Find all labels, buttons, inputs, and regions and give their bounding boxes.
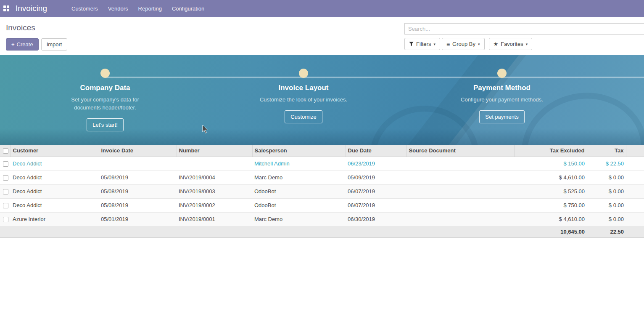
import-button[interactable]: Import	[41, 38, 68, 51]
group-by-button[interactable]: ≡ Group By ▾	[442, 38, 485, 50]
nav-menu: Customers Vendors Reporting Configuratio…	[71, 0, 214, 17]
filters-button[interactable]: Filters ▾	[404, 38, 440, 50]
cell-number[interactable]	[177, 157, 252, 170]
cell-customer[interactable]: Deco Addict	[11, 184, 99, 198]
step-dot-icon	[100, 69, 110, 78]
column-header-salesperson[interactable]: Salesperson	[252, 145, 346, 157]
chevron-down-icon: ▾	[526, 42, 528, 46]
invoices-table: Customer Invoice Date Number Salesperson…	[0, 145, 644, 238]
cell-tax[interactable]: $ 22.50	[587, 157, 626, 170]
invoicing-page: Invoicing Customers Vendors Reporting Co…	[0, 0, 644, 317]
cell-customer[interactable]: Deco Addict	[11, 198, 99, 212]
row-checkbox[interactable]	[3, 189, 8, 194]
row-checkbox[interactable]	[3, 203, 8, 208]
step-dot-icon	[497, 69, 507, 78]
cell-tax-excluded[interactable]: $ 4,610.00	[514, 212, 587, 226]
row-checkbox[interactable]	[3, 161, 8, 167]
cell-invoice-date[interactable]	[99, 157, 177, 170]
cell-source-document[interactable]	[406, 184, 514, 198]
cell-tax-excluded[interactable]: $ 4,610.00	[514, 170, 587, 184]
search-input[interactable]	[404, 23, 644, 35]
cell-tax-excluded[interactable]: $ 150.00	[514, 157, 587, 170]
cell-tax[interactable]: $ 0.00	[587, 198, 626, 212]
column-header-invoice-date[interactable]: Invoice Date	[99, 145, 177, 157]
favorites-button-label: Favorites	[501, 41, 523, 47]
cell-due-date[interactable]: 06/07/2019	[346, 184, 406, 198]
group-by-button-label: Group By	[452, 41, 475, 47]
cell-number[interactable]: INV/2019/0002	[177, 198, 252, 212]
filters-button-label: Filters	[416, 41, 431, 47]
cell-tax-excluded[interactable]: $ 525.00	[514, 184, 587, 198]
cell-tax-excluded[interactable]: $ 750.00	[514, 198, 587, 212]
page-title: Invoices	[6, 23, 67, 32]
top-navbar: Invoicing Customers Vendors Reporting Co…	[0, 0, 644, 17]
table-row[interactable]: Azure Interior 05/01/2019 INV/2019/0001 …	[0, 212, 644, 226]
star-icon: ★	[494, 41, 499, 47]
cell-customer[interactable]: Deco Addict	[11, 157, 99, 170]
lets-start-button[interactable]: Let's start!	[87, 118, 124, 131]
favorites-button[interactable]: ★ Favorites ▾	[489, 38, 533, 50]
step-description: Configure your payment methods.	[461, 96, 543, 104]
chevron-down-icon: ▾	[433, 42, 435, 46]
step-title: Company Data	[80, 84, 130, 92]
cell-salesperson[interactable]: Marc Demo	[252, 212, 346, 226]
table-row[interactable]: Deco Addict Mitchell Admin 06/23/2019 $ …	[0, 157, 644, 170]
cell-source-document[interactable]	[406, 157, 514, 170]
column-header-customer[interactable]: Customer	[11, 145, 99, 157]
cell-invoice-date[interactable]: 05/01/2019	[99, 212, 177, 226]
menu-vendors[interactable]: Vendors	[108, 5, 136, 12]
column-header-number[interactable]: Number	[177, 145, 252, 157]
cell-salesperson[interactable]: Marc Demo	[252, 170, 346, 184]
menu-configuration[interactable]: Configuration	[172, 5, 212, 12]
table-header-row: Customer Invoice Date Number Salesperson…	[0, 145, 644, 157]
column-header-tax[interactable]: Tax	[587, 145, 626, 157]
cell-invoice-date[interactable]: 05/09/2019	[99, 170, 177, 184]
create-button[interactable]: +Create	[6, 38, 39, 51]
table-row[interactable]: Deco Addict 05/09/2019 INV/2019/0004 Mar…	[0, 170, 644, 184]
table-row[interactable]: Deco Addict 05/08/2019 INV/2019/0003 Odo…	[0, 184, 644, 198]
cell-salesperson[interactable]: OdooBot	[252, 184, 346, 198]
group-by-icon: ≡	[446, 42, 450, 46]
step-dot-icon	[299, 69, 308, 78]
cell-number[interactable]: INV/2019/0004	[177, 170, 252, 184]
cell-source-document[interactable]	[406, 170, 514, 184]
apps-menu-icon[interactable]	[3, 5, 10, 12]
table-row[interactable]: Deco Addict 05/08/2019 INV/2019/0002 Odo…	[0, 198, 644, 212]
step-title: Payment Method	[473, 84, 531, 92]
cell-salesperson[interactable]: OdooBot	[252, 198, 346, 212]
cell-tax[interactable]: $ 0.00	[587, 170, 626, 184]
cell-due-date[interactable]: 06/30/2019	[346, 212, 406, 226]
chevron-down-icon: ▾	[478, 42, 480, 46]
cell-due-date[interactable]: 05/09/2019	[346, 170, 406, 184]
control-panel: Invoices +Create Import Filters ▾ ≡ Grou…	[0, 17, 644, 55]
cell-invoice-date[interactable]: 05/08/2019	[99, 198, 177, 212]
row-checkbox[interactable]	[3, 217, 8, 222]
set-payments-button[interactable]: Set payments	[479, 110, 525, 123]
cell-number[interactable]: INV/2019/0003	[177, 184, 252, 198]
cell-source-document[interactable]	[406, 212, 514, 226]
cell-due-date[interactable]: 06/23/2019	[346, 157, 406, 170]
cell-tax[interactable]: $ 0.00	[587, 212, 626, 226]
cell-due-date[interactable]: 06/07/2019	[346, 198, 406, 212]
row-checkbox[interactable]	[3, 175, 8, 181]
menu-reporting[interactable]: Reporting	[138, 5, 169, 12]
cell-customer[interactable]: Deco Addict	[11, 170, 99, 184]
cell-invoice-date[interactable]: 05/08/2019	[99, 184, 177, 198]
select-all-checkbox[interactable]	[3, 148, 8, 154]
table-footer-row: 10,645.00 22.50	[0, 226, 644, 237]
cell-source-document[interactable]	[406, 198, 514, 212]
column-header-source-document[interactable]: Source Document	[406, 145, 514, 157]
footer-tax-total: 22.50	[587, 226, 626, 237]
cell-salesperson[interactable]: Mitchell Admin	[252, 157, 346, 170]
column-header-due-date[interactable]: Due Date	[346, 145, 406, 157]
cell-number[interactable]: INV/2019/0001	[177, 212, 252, 226]
customize-button[interactable]: Customize	[285, 110, 322, 123]
step-title: Invoice Layout	[278, 84, 328, 92]
app-title[interactable]: Invoicing	[16, 4, 47, 13]
cell-customer[interactable]: Azure Interior	[11, 212, 99, 226]
column-header-tax-excluded[interactable]: Tax Excluded	[514, 145, 587, 157]
onboarding-step-invoice-layout: Invoice Layout Customize the look of you…	[204, 69, 403, 131]
menu-customers[interactable]: Customers	[71, 5, 106, 12]
cell-tax[interactable]: $ 0.00	[587, 184, 626, 198]
onboarding-step-company-data: Company Data Set your company's data for…	[6, 69, 204, 131]
